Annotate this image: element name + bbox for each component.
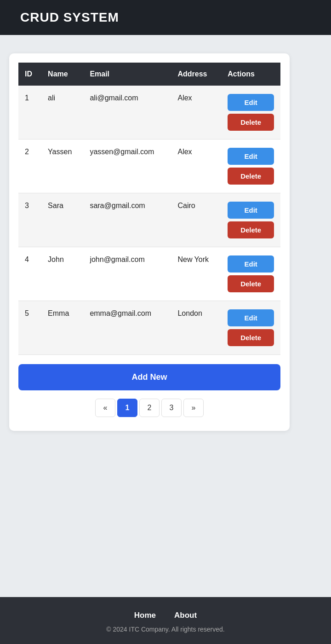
edit-button-row-4[interactable]: Edit xyxy=(228,255,274,273)
actions-container: EditDelete xyxy=(228,309,274,346)
col-name: Name xyxy=(41,63,83,86)
cell-address: Alex xyxy=(171,86,221,139)
pagination-next[interactable]: » xyxy=(183,399,204,417)
col-email: Email xyxy=(83,63,171,86)
header: CRUD SYSTEM xyxy=(0,0,331,35)
cell-address: London xyxy=(171,301,221,355)
cell-actions: EditDelete xyxy=(221,86,280,139)
table-row: 5Emmaemma@gmail.comLondonEditDelete xyxy=(18,301,280,355)
cell-id: 2 xyxy=(18,139,41,193)
edit-button-row-2[interactable]: Edit xyxy=(228,148,274,165)
table-row: 1aliali@gmail.comAlexEditDelete xyxy=(18,86,280,139)
actions-container: EditDelete xyxy=(228,94,274,131)
cell-name: ali xyxy=(41,86,83,139)
cell-actions: EditDelete xyxy=(221,139,280,193)
data-table: ID Name Email Address Actions 1aliali@gm… xyxy=(18,63,280,355)
delete-button-row-5[interactable]: Delete xyxy=(228,329,274,346)
delete-button-row-1[interactable]: Delete xyxy=(228,114,274,131)
cell-name: Emma xyxy=(41,301,83,355)
edit-button-row-1[interactable]: Edit xyxy=(228,94,274,111)
table-row: 2Yassenyassen@gmail.comAlexEditDelete xyxy=(18,139,280,193)
cell-name: Yassen xyxy=(41,139,83,193)
delete-button-row-3[interactable]: Delete xyxy=(228,221,274,238)
actions-container: EditDelete xyxy=(228,202,274,238)
footer-link-about[interactable]: About xyxy=(174,611,197,620)
pagination-prev[interactable]: « xyxy=(95,399,115,417)
footer-copyright: © 2024 ITC Company. All rights reserved. xyxy=(9,626,322,633)
delete-button-row-4[interactable]: Delete xyxy=(228,275,274,292)
delete-button-row-2[interactable]: Delete xyxy=(228,168,274,185)
cell-id: 4 xyxy=(18,247,41,301)
add-new-button[interactable]: Add New xyxy=(18,364,280,390)
footer-links: Home About xyxy=(9,611,322,620)
cell-address: New York xyxy=(171,247,221,301)
cell-email: sara@gmail.com xyxy=(83,193,171,247)
cell-actions: EditDelete xyxy=(221,193,280,247)
cell-address: Cairo xyxy=(171,193,221,247)
col-actions: Actions xyxy=(221,63,280,86)
app-title: CRUD SYSTEM xyxy=(20,10,119,24)
cell-email: john@gmail.com xyxy=(83,247,171,301)
pagination-page-3[interactable]: 3 xyxy=(161,399,182,417)
main-content: ID Name Email Address Actions 1aliali@gm… xyxy=(0,35,331,597)
cell-id: 3 xyxy=(18,193,41,247)
edit-button-row-5[interactable]: Edit xyxy=(228,309,274,326)
edit-button-row-3[interactable]: Edit xyxy=(228,202,274,219)
cell-email: ali@gmail.com xyxy=(83,86,171,139)
table-row: 3Sarasara@gmail.comCairoEditDelete xyxy=(18,193,280,247)
cell-address: Alex xyxy=(171,139,221,193)
cell-actions: EditDelete xyxy=(221,247,280,301)
table-header-row: ID Name Email Address Actions xyxy=(18,63,280,86)
actions-container: EditDelete xyxy=(228,148,274,185)
col-address: Address xyxy=(171,63,221,86)
cell-email: emma@gmail.com xyxy=(83,301,171,355)
cell-email: yassen@gmail.com xyxy=(83,139,171,193)
cell-id: 5 xyxy=(18,301,41,355)
pagination-page-2[interactable]: 2 xyxy=(139,399,160,417)
actions-container: EditDelete xyxy=(228,255,274,292)
table-row: 4Johnjohn@gmail.comNew YorkEditDelete xyxy=(18,247,280,301)
footer: Home About © 2024 ITC Company. All right… xyxy=(0,597,331,644)
cell-actions: EditDelete xyxy=(221,301,280,355)
footer-link-home[interactable]: Home xyxy=(134,611,156,620)
cell-name: John xyxy=(41,247,83,301)
cell-id: 1 xyxy=(18,86,41,139)
cell-name: Sara xyxy=(41,193,83,247)
pagination: « 1 2 3 » xyxy=(18,399,280,417)
data-card: ID Name Email Address Actions 1aliali@gm… xyxy=(9,53,290,431)
pagination-page-1[interactable]: 1 xyxy=(117,399,137,417)
col-id: ID xyxy=(18,63,41,86)
